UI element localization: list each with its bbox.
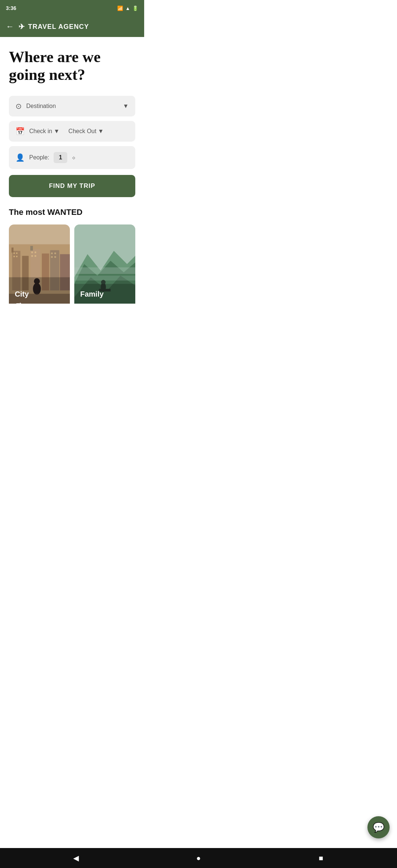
svg-rect-12 bbox=[13, 256, 15, 257]
section-title: The most WANTED bbox=[9, 207, 135, 217]
status-time: 3:36 bbox=[6, 5, 16, 11]
main-content: Where are we going next? ⊙ Destination ▼… bbox=[0, 37, 144, 322]
svg-rect-16 bbox=[31, 255, 33, 257]
cards-row: City → bbox=[9, 224, 135, 313]
top-nav: ← ✈ TRAVEL AGENCY bbox=[0, 16, 144, 37]
svg-rect-21 bbox=[54, 256, 56, 257]
back-button[interactable]: ← bbox=[6, 22, 14, 31]
people-row: People: 1 ⬦ bbox=[29, 152, 129, 163]
signal-icon: 📶 bbox=[117, 6, 123, 11]
svg-rect-20 bbox=[51, 256, 52, 257]
svg-rect-11 bbox=[16, 252, 18, 254]
status-bar: 3:36 📶 ▲ 🔋 bbox=[0, 0, 144, 16]
svg-rect-14 bbox=[31, 251, 33, 253]
section-title-regular: The most bbox=[9, 207, 47, 217]
status-icons: 📶 ▲ 🔋 bbox=[117, 6, 138, 11]
wifi-icon: ▲ bbox=[125, 6, 130, 11]
checkin-row: Check in ▼ Check Out ▼ bbox=[29, 128, 129, 135]
page-headline: Where are we going next? bbox=[9, 48, 135, 84]
svg-rect-17 bbox=[35, 255, 36, 257]
city-card-arrow-icon[interactable]: → bbox=[15, 298, 23, 308]
calendar-icon: 📅 bbox=[16, 127, 25, 136]
city-card[interactable]: City → bbox=[9, 224, 70, 313]
person-icon: 👤 bbox=[16, 153, 25, 162]
checkin-field[interactable]: 📅 Check in ▼ Check Out ▼ bbox=[9, 121, 135, 142]
svg-rect-32 bbox=[74, 276, 135, 280]
checkin-label: Check in bbox=[29, 128, 52, 135]
plane-icon: ✈ bbox=[18, 22, 25, 31]
nav-title: ✈ TRAVEL AGENCY bbox=[18, 22, 89, 31]
svg-rect-6 bbox=[30, 246, 33, 250]
battery-icon: 🔋 bbox=[132, 6, 138, 11]
svg-rect-19 bbox=[54, 252, 56, 254]
checkout-item: Check Out ▼ bbox=[68, 128, 104, 135]
checkout-chevron-icon: ▼ bbox=[98, 128, 104, 135]
destination-field[interactable]: ⊙ Destination ▼ bbox=[9, 96, 135, 116]
svg-rect-13 bbox=[16, 256, 18, 257]
svg-rect-15 bbox=[35, 251, 36, 253]
svg-rect-3 bbox=[11, 247, 13, 252]
svg-rect-10 bbox=[13, 252, 15, 254]
family-card-label: Family bbox=[80, 290, 104, 298]
app-title: TRAVEL AGENCY bbox=[28, 23, 89, 31]
city-card-label: City bbox=[15, 290, 29, 298]
section-title-bold: WANTED bbox=[47, 207, 82, 217]
svg-rect-31 bbox=[74, 267, 135, 274]
svg-rect-18 bbox=[51, 252, 52, 254]
people-count: 1 bbox=[54, 152, 67, 163]
family-card[interactable]: Family bbox=[74, 224, 135, 313]
people-field[interactable]: 👤 People: 1 ⬦ bbox=[9, 146, 135, 169]
people-label: People: bbox=[29, 154, 49, 161]
location-icon: ⊙ bbox=[16, 102, 22, 111]
stepper-icon[interactable]: ⬦ bbox=[72, 153, 76, 161]
destination-chevron-icon: ▼ bbox=[123, 103, 129, 109]
find-trip-button[interactable]: FIND MY TRIP bbox=[9, 175, 135, 197]
checkout-label: Check Out bbox=[68, 128, 96, 135]
checkin-chevron-icon: ▼ bbox=[54, 128, 60, 135]
checkin-item: Check in ▼ bbox=[29, 128, 60, 135]
svg-point-35 bbox=[101, 280, 105, 284]
destination-placeholder: Destination bbox=[26, 103, 118, 109]
